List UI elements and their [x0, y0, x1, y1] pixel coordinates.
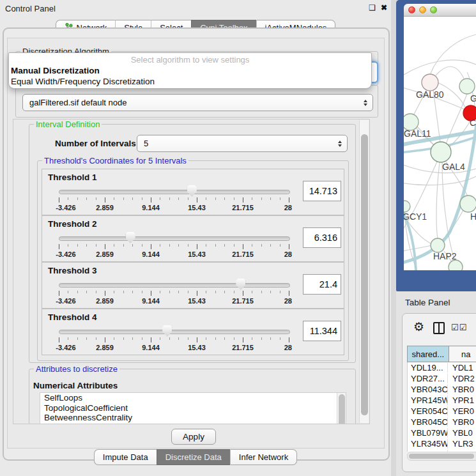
- threshold-3-value[interactable]: 21.4: [303, 274, 341, 295]
- network-window-titlebar: [404, 4, 476, 17]
- slider-thumb[interactable]: [236, 279, 245, 290]
- network-graph: GAL80GACGAL11GAL4GCY1HHAP2: [404, 17, 476, 270]
- cell-shared-name: YBL079W: [408, 428, 448, 438]
- node-table-rows: YDL19...YDL1YDR27...YDR2YBR043CYBR0YPR14…: [407, 362, 476, 452]
- threshold-4-value[interactable]: 11.344: [303, 321, 341, 341]
- tab-impute-data[interactable]: Impute Data: [94, 449, 157, 465]
- interval-definition-label: Interval Definition: [34, 119, 102, 129]
- combo-stepper-icon: [338, 141, 342, 147]
- number-of-intervals-label: Number of Intervals: [55, 139, 136, 148]
- network-nodes: GAL80GACGAL11GAL4GCY1HHAP2: [404, 74, 476, 270]
- thresholds-group-label: Threshold's Coordinates for 5 Intervals: [42, 156, 188, 165]
- slider-track[interactable]: [59, 283, 290, 288]
- threshold-1-value[interactable]: 14.713: [303, 181, 341, 201]
- tab-infer-network[interactable]: Infer Network: [230, 449, 297, 465]
- network-canvas[interactable]: GAL80GACGAL11GAL4GCY1HHAP2: [404, 17, 476, 270]
- column-header-2[interactable]: na: [449, 346, 476, 362]
- slider-thumb[interactable]: [162, 325, 172, 337]
- threshold-1-slider[interactable]: -3.4262.8599.14415.4321.71528: [59, 185, 289, 213]
- threshold-3-slider[interactable]: -3.4262.8599.14415.4321.71528: [59, 278, 289, 306]
- table-scrollbar-thumb[interactable]: [409, 454, 474, 459]
- threshold-1-panel: Threshold 1-3.4262.8599.14415.4321.71528…: [42, 169, 344, 215]
- cell-shared-name: YER054C: [408, 406, 448, 416]
- node-right-mid-node[interactable]: [460, 196, 476, 212]
- table-horizontal-scrollbar[interactable]: [407, 452, 476, 461]
- close-icon[interactable]: ✖: [381, 3, 387, 12]
- window-minimize-light-icon[interactable]: [419, 6, 426, 13]
- window-zoom-light-icon[interactable]: [430, 6, 437, 13]
- attributes-group: Attributes to discretize Numerical Attri…: [29, 369, 356, 424]
- window-close-light-icon[interactable]: [408, 6, 415, 13]
- table-row[interactable]: YDR27...YDR2: [408, 373, 476, 384]
- control-panel-title: Control Panel: [5, 4, 56, 13]
- table-row[interactable]: YLR345WYLR3: [408, 438, 476, 449]
- column-header-1[interactable]: shared...: [407, 346, 449, 362]
- gear-icon[interactable]: ⚙: [413, 319, 424, 334]
- node-label-GAL4: GAL4: [442, 162, 465, 172]
- numerical-attributes-label: Numerical Attributes: [33, 381, 118, 390]
- threshold-4-slider[interactable]: -3.4262.8599.14415.4321.71528: [59, 325, 289, 353]
- node-HAP2[interactable]: [431, 238, 445, 252]
- algorithm-option-equal-width-frequency-discretization[interactable]: Equal Width/Frequency Discretization: [11, 77, 155, 86]
- table-row[interactable]: YER054CYER0: [408, 406, 476, 417]
- split-table-icon[interactable]: [433, 322, 445, 334]
- float-window-icon[interactable]: ❑: [369, 3, 376, 12]
- checkbox-icon: ☑: [451, 323, 459, 332]
- node-bottom-partial-node[interactable]: [449, 260, 463, 270]
- number-of-intervals-combo[interactable]: 5: [137, 135, 348, 152]
- tab-discretize-data[interactable]: Discretize Data: [157, 449, 230, 465]
- cell-name: YDL1: [448, 363, 476, 372]
- cell-name: YER0: [448, 406, 476, 416]
- node-GAL4[interactable]: [431, 142, 451, 162]
- node-label-GAL11: GAL11: [404, 128, 431, 139]
- table-data-combo[interactable]: galFiltered.sif default node: [22, 94, 373, 111]
- node-label-GAL80: GAL80: [416, 89, 444, 100]
- node-GAL80[interactable]: [422, 74, 438, 91]
- node-table: shared...na YDL19...YDL1YDR27...YDR2YBR0…: [407, 346, 476, 452]
- slider-tick-labels: -3.4262.8599.14415.4321.71528: [59, 250, 289, 258]
- number-of-intervals-value: 5: [144, 139, 148, 148]
- attribute-item-selfloops[interactable]: SelfLoops: [40, 393, 346, 403]
- attribute-item-topologicalcoefficient[interactable]: TopologicalCoefficient: [40, 403, 346, 413]
- table-row[interactable]: YBR045CYBR0: [408, 417, 476, 427]
- screenshot-stage: Control Panel ❑ ✖ NetworkStyleSelectCyni…: [0, 0, 476, 476]
- threshold-4-label: Threshold 4: [48, 312, 97, 322]
- node-node-top-right[interactable]: [459, 79, 475, 94]
- network-view-window: GAL80GACGAL11GAL4GCY1HHAP2: [396, 0, 476, 291]
- slider-tick-labels: -3.4262.8599.14415.4321.71528: [59, 204, 289, 211]
- table-row[interactable]: YPR145WYPR1: [408, 395, 476, 406]
- cell-name: YBL0: [448, 428, 476, 438]
- threshold-2-slider[interactable]: -3.4262.8599.14415.4321.71528: [59, 231, 289, 259]
- slider-thumb[interactable]: [126, 232, 135, 243]
- apply-button[interactable]: Apply: [171, 429, 216, 445]
- algorithm-option-manual-discretization[interactable]: Manual Discretization: [11, 66, 100, 75]
- checkbox-filter-icons[interactable]: ☑☑: [451, 323, 467, 332]
- threshold-3-panel: Threshold 3-3.4262.8599.14415.4321.71528…: [42, 262, 344, 309]
- cell-name: YDR2: [448, 374, 476, 383]
- slider-track[interactable]: [59, 190, 290, 194]
- threshold-3-label: Threshold 3: [48, 266, 97, 275]
- attribute-item-betweennesscentrality[interactable]: BetweennessCentrality: [40, 413, 346, 423]
- threshold-2-panel: Threshold 2-3.4262.8599.14415.4321.71528…: [42, 215, 344, 262]
- table-row[interactable]: YDL19...YDL1: [408, 362, 476, 373]
- threshold-4-panel: Threshold 4-3.4262.8599.14415.4321.71528…: [42, 309, 344, 355]
- attributes-group-label: Attributes to discretize: [34, 364, 119, 374]
- cell-name: YBR0: [448, 385, 476, 394]
- control-panel-titlebar: Control Panel ❑ ✖: [0, 0, 391, 18]
- slider-track[interactable]: [59, 236, 290, 241]
- cell-name: YPR1: [448, 395, 476, 405]
- network-inner-window: GAL80GACGAL11GAL4GCY1HHAP2: [404, 4, 476, 270]
- slider-track[interactable]: [59, 330, 290, 334]
- threshold-2-value[interactable]: 6.316: [303, 227, 341, 248]
- settings-vertical-scrollbar[interactable]: [359, 120, 369, 423]
- slider-ticks: [59, 196, 289, 202]
- numerical-attributes-list[interactable]: SelfLoopsTopologicalCoefficientBetweenne…: [40, 392, 346, 424]
- cell-shared-name: YDR27...: [408, 374, 448, 383]
- slider-tick-labels: -3.4262.8599.14415.4321.71528: [59, 297, 289, 305]
- attributes-list-scrollbar[interactable]: [337, 393, 346, 424]
- slider-thumb[interactable]: [187, 185, 197, 197]
- node-GCY1[interactable]: [404, 201, 410, 212]
- slider-tick-labels: -3.4262.8599.14415.4321.71528: [59, 344, 289, 351]
- table-row[interactable]: YBR043CYBR0: [408, 384, 476, 395]
- table-row[interactable]: YBL079WYBL0: [408, 427, 476, 438]
